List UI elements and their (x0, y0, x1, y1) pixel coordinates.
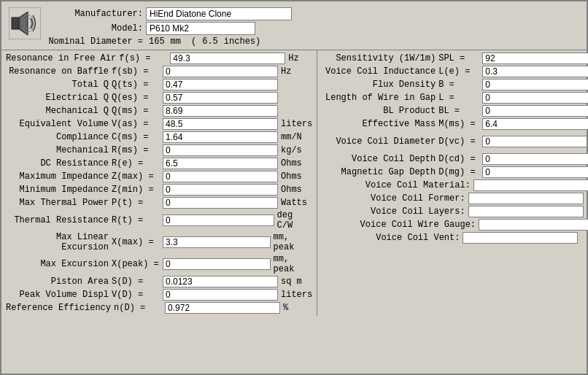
row-param: f(sb) = (112, 66, 163, 77)
table-row: Voice Coil Layers: (322, 205, 588, 218)
row-label: Voice Coil Former: (371, 193, 465, 204)
row-label: Voice Coil Layers: (371, 206, 465, 217)
row-unit: Ohms (281, 185, 302, 195)
row-label: Mechanical (6, 145, 112, 155)
row-param: M(ms) = (438, 119, 482, 129)
row-value-input[interactable] (163, 276, 278, 287)
header-section: Manufacturer: Model: Nominal Diameter = … (1, 1, 587, 50)
row-value-input[interactable] (482, 118, 588, 130)
row-value-input[interactable] (482, 105, 588, 117)
row-value-input[interactable] (468, 193, 584, 204)
row-value-input[interactable] (482, 66, 588, 77)
row-param: L(e) = (438, 66, 482, 77)
row-value-input[interactable] (482, 153, 588, 165)
row-value-input[interactable] (163, 144, 278, 156)
row-value-input[interactable] (163, 131, 278, 143)
row-param: Q(ts) = (112, 80, 163, 90)
row-value-input[interactable] (163, 214, 274, 226)
row-value-input[interactable] (163, 258, 271, 270)
row-unit: Ohms (281, 171, 302, 182)
row-param: Q(ms) = (112, 106, 163, 116)
row-value-input[interactable] (482, 166, 588, 178)
diameter-mm-unit: mm (171, 36, 181, 47)
row-value-input[interactable] (163, 158, 278, 169)
row-value-input[interactable] (479, 219, 588, 231)
row-param: R(t) = (112, 215, 163, 225)
row-value-input[interactable] (482, 92, 588, 104)
table-row: Voice Coil Former: (322, 192, 588, 205)
diameter-in-unit: inches) (224, 36, 260, 47)
table-row: Resonance on Baffle f(sb) = Hz (6, 65, 312, 78)
row-value-input[interactable] (163, 197, 278, 209)
row-value-input[interactable] (163, 236, 271, 248)
row-unit: mm, peak (274, 254, 313, 274)
row-param: V(D) = (112, 290, 163, 300)
table-row: Length of Wire in Gap L = meters (322, 91, 588, 104)
row-unit: Ohms (281, 158, 302, 169)
row-value-input[interactable] (482, 53, 588, 64)
row-label: Effective Mass (322, 119, 438, 129)
row-unit: Hz (281, 66, 291, 77)
row-value-input[interactable] (163, 79, 278, 90)
row-value-input[interactable] (163, 105, 278, 117)
row-label: Sensitivity (1W/1m) (322, 53, 438, 63)
row-value-input[interactable] (463, 232, 578, 244)
row-value-input[interactable] (473, 179, 588, 191)
row-value-input[interactable] (468, 206, 584, 217)
model-label: Model: (48, 23, 143, 34)
row-label: BL Product (322, 106, 438, 116)
manufacturer-input[interactable] (146, 7, 292, 20)
row-value-input[interactable] (163, 118, 278, 130)
table-row: Total Q Q(ts) = (6, 78, 312, 91)
row-param: Q(es) = (112, 93, 163, 103)
table-row: Sensitivity (1W/1m) SPL = dB SPL (322, 52, 588, 65)
row-label: Compliance (6, 132, 112, 142)
row-unit: sq m (281, 277, 302, 287)
row-value-input[interactable] (163, 92, 278, 104)
diameter-in-open: ( (191, 36, 196, 47)
row-label: Mechanical Q (6, 106, 112, 116)
diameter-label: Nominal Diameter = (48, 36, 143, 47)
row-param: n(D) = (114, 303, 165, 313)
row-value-input[interactable] (163, 289, 278, 301)
table-row: Max Linear Excursion X(max) = mm, peak (6, 231, 312, 253)
row-label: Voice Coil Material: (365, 180, 471, 190)
table-row: Minimum Impedance Z(min) = Ohms (6, 183, 312, 196)
row-param: L = (438, 93, 482, 103)
row-param: B = (438, 80, 482, 90)
row-unit: mm/N (281, 132, 302, 142)
row-unit: kg/s (281, 145, 302, 155)
table-row: Mechanical Q Q(ms) = (6, 104, 312, 117)
row-value-input[interactable] (165, 302, 280, 314)
left-panel: Resonance in Free Air f(s) = Hz Resonanc… (1, 50, 317, 316)
row-param: V(as) = (112, 119, 163, 129)
row-label: Voice Coil Wire Gauge: (360, 220, 476, 230)
row-label: Max Thermal Power (6, 198, 112, 208)
row-label: Magnetic Gap Depth (322, 167, 438, 177)
model-input[interactable] (146, 22, 255, 35)
row-param: D(cd) = (438, 154, 482, 164)
table-row: Equivalent Volume V(as) = liters (6, 117, 312, 131)
row-value-input[interactable] (163, 66, 278, 77)
table-row: Voice Coil Material: (322, 179, 588, 192)
row-label: Length of Wire in Gap (322, 93, 438, 103)
row-label: Peak Volume Displ (6, 290, 112, 300)
table-row: Magnetic Gap Depth D(mg) = mm (322, 166, 588, 179)
row-label: Thermal Resistance (6, 215, 112, 225)
row-value-input[interactable] (482, 79, 588, 90)
row-unit: Hz (288, 53, 298, 63)
table-row: Maximum Impedance Z(max) = Ohms (6, 170, 312, 183)
table-row: Max Thermal Power P(t) = Watts (6, 196, 312, 209)
row-param: P(t) = (112, 198, 163, 208)
row-param: BL = (438, 106, 482, 116)
row-param: D(vc) = (438, 136, 482, 147)
table-row: Peak Volume Displ V(D) = liters (6, 288, 312, 301)
row-label: Voice Coil Diameter (322, 136, 438, 147)
row-value-input[interactable] (163, 184, 278, 196)
row-value-input[interactable] (482, 136, 587, 147)
row-label: Voice Coil Vent: (376, 233, 460, 243)
row-value-input[interactable] (170, 53, 285, 64)
row-param: f(s) = (119, 53, 170, 63)
row-label: Max Linear Excursion (6, 232, 112, 252)
row-value-input[interactable] (163, 171, 278, 182)
